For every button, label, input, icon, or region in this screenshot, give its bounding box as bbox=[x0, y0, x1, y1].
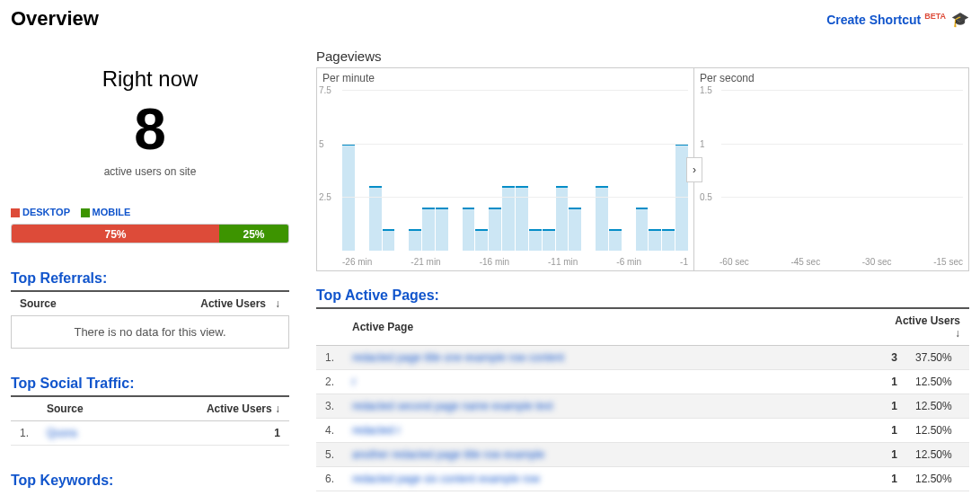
legend-desktop: DESKTOP bbox=[11, 207, 70, 217]
platform-bar-mobile: 25% bbox=[219, 225, 288, 243]
active-users-count: 8 bbox=[11, 101, 289, 158]
charts-container: Per minute 2.557.5 -26 min-21 min-16 min… bbox=[316, 67, 969, 271]
chart-bar bbox=[636, 208, 649, 251]
chart-bar bbox=[609, 229, 622, 251]
referrals-no-data: There is no data for this view. bbox=[11, 316, 289, 349]
chart-bar bbox=[422, 208, 435, 251]
chart-bar bbox=[502, 186, 515, 251]
col-active-users[interactable]: Active Users ↓ bbox=[879, 308, 969, 346]
chart-per-second-label: Per second bbox=[694, 68, 968, 88]
active-users-subtitle: active users on site bbox=[11, 165, 289, 178]
legend-mobile: MOBILE bbox=[81, 207, 131, 217]
chart-bar bbox=[543, 229, 555, 251]
table-row[interactable]: 4.redacted r112.50% bbox=[316, 419, 969, 443]
top-keywords-heading[interactable]: Top Keywords: bbox=[11, 473, 289, 489]
graduation-cap-icon[interactable]: 🎓 bbox=[951, 11, 969, 28]
chart-expand-button[interactable]: › bbox=[686, 157, 702, 182]
table-row[interactable]: 2.r112.50% bbox=[316, 370, 969, 394]
platform-bar-desktop: 75% bbox=[12, 225, 219, 243]
chart-bar bbox=[436, 208, 448, 251]
shortcut-area: Create Shortcut BETA 🎓 bbox=[826, 11, 969, 28]
referrals-table: Source Active Users ↓ bbox=[11, 290, 289, 316]
social-table: Source Active Users ↓ 1.Quora1 bbox=[11, 395, 289, 446]
chart-bar bbox=[489, 208, 501, 251]
chart-per-minute: Per minute 2.557.5 -26 min-21 min-16 min… bbox=[317, 68, 694, 270]
col-source[interactable]: Source bbox=[11, 291, 110, 316]
chart-bar bbox=[516, 186, 528, 251]
right-now-title: Right now bbox=[11, 66, 289, 92]
chart-bar bbox=[556, 186, 569, 251]
page-header: Overview Create Shortcut BETA 🎓 bbox=[11, 7, 969, 31]
platform-legend: DESKTOP MOBILE bbox=[11, 205, 289, 218]
chart-bar bbox=[649, 229, 661, 251]
col-source[interactable]: Source bbox=[38, 396, 131, 421]
col-active-users[interactable]: Active Users ↓ bbox=[131, 396, 289, 421]
page-title: Overview bbox=[11, 7, 99, 31]
chart-bar bbox=[409, 229, 421, 251]
desktop-swatch-icon bbox=[11, 208, 20, 217]
create-shortcut-link[interactable]: Create Shortcut BETA bbox=[826, 12, 946, 27]
chart-bar bbox=[475, 229, 488, 251]
pageviews-title: Pageviews bbox=[316, 49, 969, 64]
table-row[interactable]: 6.redacted page six content example row1… bbox=[316, 467, 969, 491]
table-row[interactable]: 3.redacted second page name example text… bbox=[316, 394, 969, 419]
right-now-panel: Right now 8 active users on site bbox=[11, 66, 289, 178]
chart-bar bbox=[463, 208, 475, 251]
active-pages-table: Active Page Active Users ↓ 1.redacted pa… bbox=[316, 307, 969, 491]
sort-arrow-icon: ↓ bbox=[275, 402, 280, 415]
chart-per-minute-label: Per minute bbox=[317, 68, 693, 88]
chart-bar bbox=[662, 229, 675, 251]
table-row[interactable]: 1.Quora1 bbox=[11, 421, 289, 446]
create-shortcut-label: Create Shortcut bbox=[826, 12, 921, 26]
beta-badge: BETA bbox=[924, 12, 946, 21]
mobile-swatch-icon bbox=[81, 208, 90, 217]
top-referrals-heading[interactable]: Top Referrals: bbox=[11, 270, 289, 287]
chart-bar bbox=[529, 229, 542, 251]
sort-arrow-icon: ↓ bbox=[955, 327, 960, 340]
col-active-users[interactable]: Active Users ↓ bbox=[110, 291, 289, 316]
top-social-heading[interactable]: Top Social Traffic: bbox=[11, 376, 289, 392]
col-active-page[interactable]: Active Page bbox=[343, 308, 879, 346]
chart-bar bbox=[569, 208, 581, 251]
platform-bar: 75% 25% bbox=[11, 224, 289, 243]
chart-per-second: Per second 0.511.5 -60 sec-45 sec-30 sec… bbox=[694, 68, 968, 270]
chart-bar bbox=[596, 186, 608, 251]
chart-bar bbox=[383, 229, 395, 251]
chart-bar bbox=[369, 186, 382, 251]
table-row[interactable]: 1.redacted page title one example row co… bbox=[316, 346, 969, 370]
top-active-pages-heading[interactable]: Top Active Pages: bbox=[316, 287, 969, 304]
sort-arrow-icon: ↓ bbox=[275, 297, 280, 310]
table-row[interactable]: 5.another redacted page title row exampl… bbox=[316, 443, 969, 467]
